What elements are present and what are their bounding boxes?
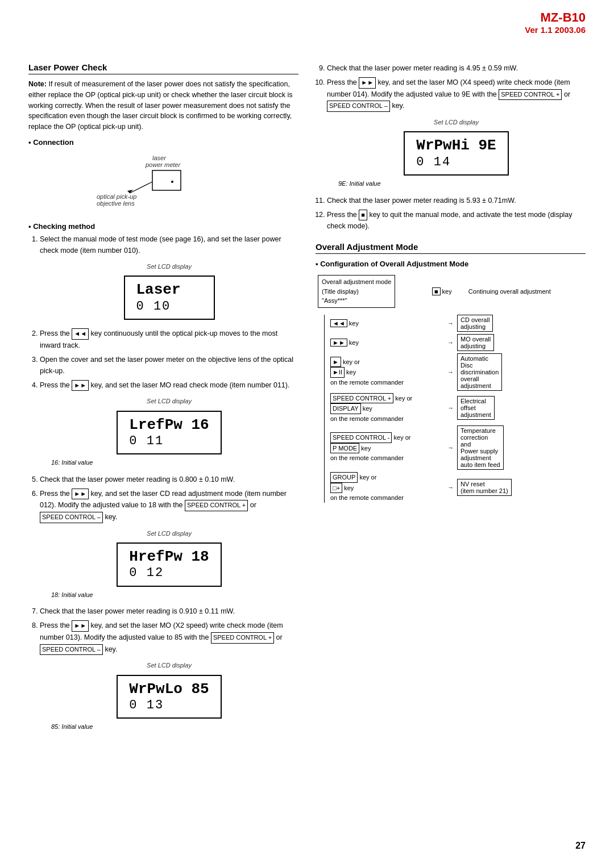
adj-flow-container: ◄◄ key → CD overalladjusting ►► key → MO…	[321, 315, 586, 503]
svg-text:laser: laser	[152, 155, 167, 161]
svg-text:power meter: power meter	[145, 161, 181, 168]
adj-title-box-cell: Overall adjustment mode (Title display) …	[316, 274, 428, 309]
note-text: If result of measurement of the laser po…	[28, 80, 293, 131]
adj-flow-row-4: SPEED CONTROL + key or DISPLAY key on th…	[330, 393, 586, 424]
adj-result-1: CD overalladjusting	[457, 315, 493, 332]
lcd-display-1: Set LCD display Laser 0 10	[40, 262, 298, 322]
initial-value-5: 9E: Initial value	[338, 179, 586, 189]
lcd-display-4: Set LCD display WrPwLo 85 0 13 85: Initi…	[40, 661, 298, 732]
arrow-1: →	[447, 320, 454, 327]
note-paragraph: Note: If result of measurement of the la…	[28, 79, 298, 132]
adj-key-label-3: ► key or ►II key on the remote commander	[330, 357, 444, 387]
step-10: Press the ►► key, and set the laser MO (…	[327, 77, 586, 189]
adj-key-label-6: GROUP key or □+ key on the remote comman…	[330, 472, 444, 503]
adj-flow-row-6: GROUP key or □+ key on the remote comman…	[330, 472, 586, 503]
lcd-row1-5: WrPwHi 9E	[416, 137, 496, 155]
lcd-box-3: HrefPw 18 0 12	[117, 542, 221, 587]
steps-list: Select the manual mode of test mode (see…	[40, 233, 298, 732]
key-btn-play-pause: ►II	[330, 367, 345, 378]
key-btn-speed-minus-3: SPEED CONTROL –	[327, 101, 390, 112]
step-11: Check that the laser power meter reading…	[327, 195, 586, 206]
step-6: Press the ►► key, and set the laser CD r…	[40, 488, 298, 600]
page-container: MZ-B10 Ver 1.1 2003.06 Laser Power Check…	[0, 0, 614, 868]
key-btn-plus: □+	[330, 483, 342, 494]
section-title-laser: Laser Power Check	[28, 62, 298, 74]
key-btn-speed-plus-3: SPEED CONTROL +	[499, 89, 562, 101]
step-8: Press the ►► key, and set the laser MO (…	[40, 620, 298, 732]
lcd-row2-4: 0 13	[129, 698, 209, 713]
adj-table: Overall adjustment mode (Title display) …	[316, 274, 586, 309]
adj-flow-row-2: ►► key → MO overalladjusting	[330, 334, 586, 351]
step-12: Press the ■ key to quit the manual mode,…	[327, 209, 586, 232]
lcd-label-3: Set LCD display	[40, 529, 298, 539]
adj-key-cell: ■ key	[428, 274, 464, 309]
key-btn-speed-plus-4: SPEED CONTROL +	[330, 393, 393, 404]
key-btn-next-4: ►►	[359, 77, 376, 89]
adj-result-5: TemperaturecorrectionandPower supplyadju…	[457, 425, 504, 470]
initial-value-4: 85: Initial value	[51, 722, 298, 732]
arrow-2: →	[447, 339, 454, 346]
key-btn-speed-minus-2: SPEED CONTROL –	[40, 644, 103, 656]
key-btn-display: DISPLAY	[330, 403, 361, 414]
lcd-label-4: Set LCD display	[40, 661, 298, 671]
adj-flow-row-3: ► key or ►II key on the remote commander…	[330, 353, 586, 391]
key-btn-group: GROUP	[330, 472, 358, 483]
optical-diagram-svg: laser power meter optical pick-up object…	[96, 152, 232, 215]
lcd-row1-4: WrPwLo 85	[129, 681, 209, 698]
adj-flow-row-5: SPEED CONTROL - key or P MODE key on the…	[330, 425, 586, 470]
key-btn-speed-minus-1: SPEED CONTROL –	[40, 512, 103, 523]
arrow-3: →	[447, 369, 454, 375]
lcd-display-5: Set LCD display WrPwHi 9E 0 14 9E: Initi…	[327, 118, 586, 189]
key-btn-stop-2: ■	[432, 287, 441, 295]
lcd-display-3: Set LCD display HrefPw 18 0 12 18: Initi…	[40, 529, 298, 600]
adj-flow-row-1: ◄◄ key → CD overalladjusting	[330, 315, 586, 332]
lcd-box-2: LrefPw 16 0 11	[117, 411, 221, 455]
initial-value-2: 16: Initial value	[51, 458, 298, 468]
adj-key-label-2: ►► key	[330, 339, 444, 347]
lcd-label-5: Set LCD display	[327, 118, 586, 128]
adj-key-label-4: SPEED CONTROL + key or DISPLAY key on th…	[330, 393, 444, 424]
lcd-box-5: WrPwHi 9E 0 14	[404, 131, 508, 176]
adj-result-3: AutomaticDiscdiscriminationoveralladjust…	[457, 353, 502, 391]
step-2: Press the ◄◄ key continuously until the …	[40, 328, 298, 351]
key-btn-next-3: ►►	[72, 620, 89, 632]
left-column: Laser Power Check Note: If result of mea…	[28, 62, 298, 738]
note-label: Note:	[28, 80, 48, 88]
adj-title-box: Overall adjustment mode (Title display) …	[318, 275, 395, 308]
key-btn-next-2: ►►	[72, 489, 89, 500]
connection-label: • Connection	[28, 138, 298, 147]
step-9: Check that the laser power meter reading…	[327, 62, 586, 74]
key-btn-speed-minus-4: SPEED CONTROL -	[330, 432, 392, 443]
lcd-row2-1: 0 10	[136, 299, 202, 314]
arrow-5: →	[447, 444, 454, 451]
overall-adj-diagram: Overall adjustment mode (Title display) …	[316, 274, 586, 503]
lcd-row2-3: 0 12	[129, 566, 209, 581]
key-btn-speed-plus-1: SPEED CONTROL +	[185, 500, 248, 511]
adj-result-4: Electricaloffsetadjustment	[457, 396, 495, 420]
lcd-label-2: Set LCD display	[40, 397, 298, 407]
version: Ver 1.1 2003.06	[525, 25, 586, 35]
adj-result-6: NV reset(item number 21)	[457, 479, 512, 496]
step-1: Select the manual mode of test mode (see…	[40, 233, 298, 322]
lcd-row1-2: LrefPw 16	[129, 416, 209, 434]
lcd-box-4: WrPwLo 85 0 13	[117, 675, 221, 719]
adj-result-2: MO overalladjusting	[457, 334, 494, 351]
header: MZ-B10 Ver 1.1 2003.06	[525, 10, 586, 35]
svg-rect-2	[152, 170, 181, 190]
lcd-display-2: Set LCD display LrefPw 16 0 11 16: Initi…	[40, 397, 298, 468]
step-4: Press the ►► key, and set the laser MO r…	[40, 379, 298, 468]
model-name: MZ-B10	[525, 10, 586, 25]
right-column: Check that the laser power meter reading…	[316, 62, 586, 738]
checking-method-label: • Checking method	[28, 222, 298, 231]
steps-continued-list: Check that the laser power meter reading…	[327, 62, 586, 232]
adj-row-title: Overall adjustment mode (Title display) …	[316, 274, 586, 309]
step-3: Open the cover and set the laser power m…	[40, 354, 298, 377]
lcd-row2-2: 0 11	[129, 434, 209, 449]
arrow-4: →	[447, 404, 454, 411]
key-btn-pmode: P MODE	[330, 443, 359, 454]
key-btn-next-5: ►►	[330, 339, 347, 347]
lcd-box-1: Laser 0 10	[124, 276, 215, 320]
section-title-overall: Overall Adjustment Mode	[316, 242, 586, 254]
key-btn-speed-plus-2: SPEED CONTROL +	[211, 632, 274, 644]
svg-text:objective lens: objective lens	[97, 200, 135, 207]
